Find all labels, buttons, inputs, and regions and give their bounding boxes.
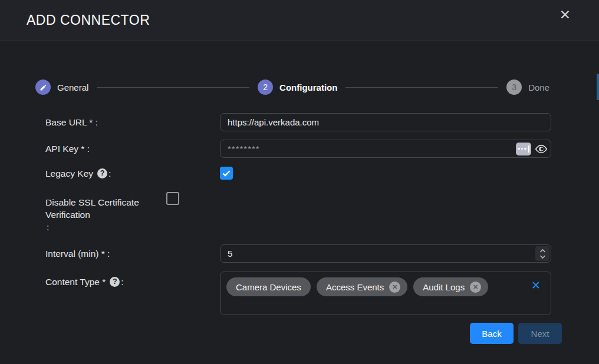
legacy-key-label: Legacy Key [45, 167, 93, 180]
step-configuration-label: Configuration [279, 82, 337, 92]
back-button[interactable]: Back [470, 323, 514, 344]
base-url-input[interactable] [220, 113, 551, 131]
eye-icon[interactable] [535, 144, 548, 154]
interval-row: Interval (min) * : [45, 244, 599, 263]
legacy-key-colon: : [108, 167, 111, 180]
base-url-row: Base URL * : [45, 113, 599, 131]
base-url-label: Base URL * : [45, 116, 98, 128]
content-type-multiselect[interactable]: Camera Devices Access Events ✕ Audit Log… [220, 272, 551, 315]
chip-camera-devices[interactable]: Camera Devices [226, 277, 311, 296]
page-title: ADD CONNECTOR [27, 12, 150, 28]
chip-remove-icon[interactable]: ✕ [470, 282, 481, 293]
pencil-icon [35, 80, 51, 95]
api-key-row: API Key * : [45, 140, 599, 158]
content-type-label: Content Type * [45, 276, 106, 288]
disable-ssl-label: Disable SSL Certificate Verification [45, 196, 143, 221]
chip-label: Camera Devices [236, 282, 301, 292]
chip-remove-icon[interactable]: ✕ [389, 282, 400, 293]
step-done-label: Done [528, 82, 549, 92]
configuration-form: Base URL * : API Key * : [0, 113, 599, 315]
api-key-label: API Key * : [45, 143, 90, 155]
interval-label: Interval (min) * : [45, 247, 110, 260]
footer-actions: Back Next [0, 323, 562, 344]
legacy-key-row: Legacy Key ? : [45, 167, 599, 180]
close-icon[interactable]: ✕ [559, 8, 571, 22]
help-icon[interactable]: ? [97, 168, 107, 178]
step-done[interactable]: 3 Done [506, 80, 549, 95]
stepper-line [345, 87, 498, 88]
next-button[interactable]: Next [518, 323, 562, 344]
clear-all-icon[interactable]: ✕ [531, 280, 541, 291]
wizard-stepper: General 2 Configuration 3 Done [35, 80, 549, 95]
step-general[interactable]: General [35, 80, 88, 95]
disable-ssl-checkbox[interactable] [166, 192, 179, 205]
step-2-badge: 2 [258, 80, 273, 95]
chip-audit-logs[interactable]: Audit Logs ✕ [413, 277, 488, 296]
step-3-badge: 3 [506, 80, 522, 95]
chip-access-events[interactable]: Access Events ✕ [317, 277, 407, 296]
stepper-line [97, 87, 249, 88]
number-stepper-icon[interactable] [535, 246, 549, 261]
password-manager-icon[interactable] [516, 143, 531, 155]
help-icon[interactable]: ? [110, 277, 120, 287]
chip-label: Audit Logs [423, 282, 465, 292]
disable-ssl-colon: : [47, 221, 49, 233]
api-key-input[interactable] [220, 140, 551, 158]
content-type-colon: : [121, 276, 123, 288]
interval-input[interactable] [220, 244, 551, 263]
legacy-key-checkbox[interactable] [220, 167, 233, 180]
modal-header: ADD CONNECTOR ✕ [0, 0, 599, 41]
edge-scroll-artifact [597, 74, 599, 100]
disable-ssl-row: Disable SSL Certificate Verification : [45, 192, 599, 233]
content-type-row: Content Type * ? : Camera Devices Access… [45, 272, 599, 315]
chip-label: Access Events [326, 282, 384, 292]
step-configuration[interactable]: 2 Configuration [258, 80, 337, 95]
step-general-label: General [57, 82, 88, 92]
